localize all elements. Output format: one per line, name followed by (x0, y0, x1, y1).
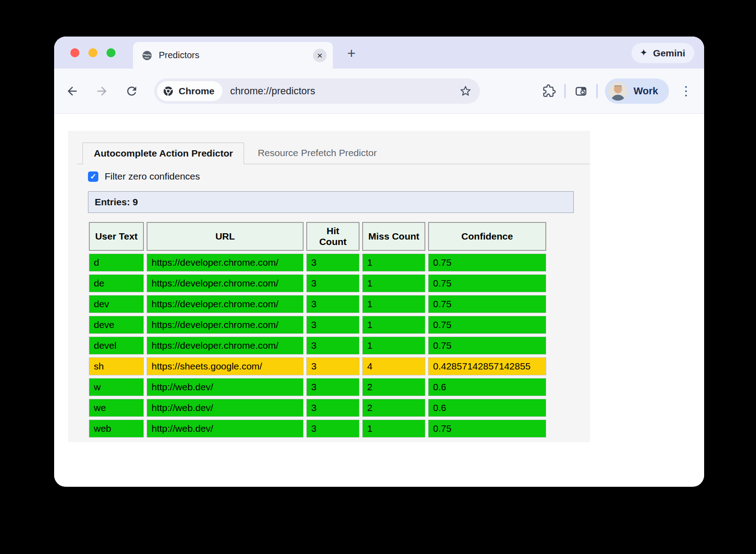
cell-hit-count: 3 (306, 254, 360, 272)
cell-miss-count: 2 (362, 399, 425, 417)
filter-row: ✓ Filter zero confidences (88, 171, 590, 182)
bookmark-star-icon[interactable] (459, 85, 472, 97)
header-confidence: Confidence (428, 222, 546, 251)
cell-url: http://web.dev/ (147, 420, 304, 438)
site-chip-label: Chrome (179, 86, 214, 97)
toolbar-right: Work ⋮ (539, 78, 693, 104)
cell-user-text: deve (89, 316, 144, 334)
predictor-table: User Text URL Hit Count Miss Count Confi… (86, 219, 549, 440)
header-url: URL (147, 222, 304, 251)
zoom-window-icon[interactable] (106, 48, 115, 57)
cell-url: http://web.dev/ (147, 378, 304, 396)
chrome-logo-icon (162, 85, 174, 97)
cell-user-text: w (89, 378, 144, 396)
cell-miss-count: 1 (362, 337, 425, 355)
profile-label: Work (633, 85, 658, 97)
cell-miss-count: 2 (362, 378, 425, 396)
browser-window: Predictors × + Gemini (54, 37, 704, 487)
cell-user-text: web (89, 420, 144, 438)
cell-confidence: 0.75 (428, 337, 546, 355)
cell-confidence: 0.42857142857142855 (428, 357, 546, 375)
cell-hit-count: 3 (306, 378, 360, 396)
predictor-tabs: Autocomplete Action Predictor Resource P… (77, 143, 590, 164)
site-chip[interactable]: Chrome (157, 81, 222, 101)
close-tab-icon[interactable]: × (313, 49, 327, 62)
tab-autocomplete-action-predictor[interactable]: Autocomplete Action Predictor (83, 143, 244, 164)
cell-url: https://developer.chrome.com/ (147, 295, 304, 313)
cell-user-text: de (89, 274, 144, 292)
tab-strip: Predictors × + Gemini (54, 37, 704, 69)
table-row: web http://web.dev/ 3 1 0.75 (89, 420, 546, 438)
extensions-button[interactable] (539, 81, 559, 101)
cell-confidence: 0.6 (428, 378, 546, 396)
cell-confidence: 0.75 (428, 274, 546, 292)
cell-confidence: 0.75 (428, 254, 546, 272)
tab-title: Predictors (159, 50, 199, 60)
cell-miss-count: 1 (362, 274, 425, 292)
cell-user-text: we (89, 399, 144, 417)
table-row: sh https://sheets.google.com/ 3 4 0.4285… (89, 357, 546, 375)
cell-user-text: sh (89, 357, 144, 375)
cell-url: http://web.dev/ (147, 399, 304, 417)
cell-miss-count: 1 (362, 420, 425, 438)
page-viewport: Autocomplete Action Predictor Resource P… (54, 114, 704, 486)
menu-kebab-icon[interactable]: ⋮ (679, 83, 693, 98)
filter-label: Filter zero confidences (105, 171, 200, 182)
cell-url: https://developer.chrome.com/ (147, 254, 304, 272)
cell-confidence: 0.75 (428, 295, 546, 313)
gemini-button[interactable]: Gemini (632, 43, 694, 63)
filter-zero-confidences-checkbox[interactable]: ✓ (88, 171, 98, 182)
header-miss-count: Miss Count (362, 222, 425, 251)
cell-hit-count: 3 (306, 399, 360, 417)
table-row: w http://web.dev/ 3 2 0.6 (89, 378, 546, 396)
predictor-table-body: d https://developer.chrome.com/ 3 1 0.75… (89, 254, 546, 438)
header-user-text: User Text (89, 222, 144, 251)
table-row: we http://web.dev/ 3 2 0.6 (89, 399, 546, 417)
predictors-panel: Autocomplete Action Predictor Resource P… (68, 131, 590, 442)
new-tab-icon[interactable]: + (341, 44, 361, 64)
table-row: d https://developer.chrome.com/ 3 1 0.75 (89, 254, 546, 272)
cell-hit-count: 3 (306, 420, 360, 438)
cell-user-text: d (89, 254, 144, 272)
reload-button[interactable] (122, 81, 142, 101)
browser-tab-predictors[interactable]: Predictors × (133, 42, 333, 69)
address-bar[interactable]: Chrome chrome://predictors (154, 78, 480, 104)
cell-miss-count: 1 (362, 316, 425, 334)
cell-confidence: 0.75 (428, 316, 546, 334)
table-row: de https://developer.chrome.com/ 3 1 0.7… (89, 274, 546, 292)
avatar (608, 82, 627, 101)
cell-url: https://developer.chrome.com/ (147, 316, 304, 334)
forward-button[interactable] (92, 81, 112, 101)
tab-resource-prefetch-predictor[interactable]: Resource Prefetch Predictor (244, 143, 390, 164)
cell-confidence: 0.6 (428, 399, 546, 417)
cell-url: https://developer.chrome.com/ (147, 274, 304, 292)
header-hit-count: Hit Count (306, 222, 360, 251)
forward-arrow-icon (95, 84, 109, 98)
profile-button[interactable]: Work (605, 78, 669, 104)
minimize-window-icon[interactable] (88, 48, 97, 57)
tab-search-icon (574, 84, 588, 98)
toolbar: Chrome chrome://predictors (54, 69, 704, 114)
back-button[interactable] (62, 81, 82, 101)
cell-confidence: 0.75 (428, 420, 546, 438)
cell-hit-count: 3 (306, 274, 360, 292)
cell-hit-count: 3 (306, 357, 360, 375)
cell-miss-count: 1 (362, 254, 425, 272)
gemini-sparkle-icon (639, 48, 649, 58)
table-header-row: User Text URL Hit Count Miss Count Confi… (89, 222, 546, 251)
reload-icon (125, 84, 138, 98)
back-arrow-icon (65, 84, 79, 98)
cell-url: https://developer.chrome.com/ (147, 337, 304, 355)
url-text[interactable]: chrome://predictors (230, 85, 459, 97)
toolbar-divider (596, 84, 598, 98)
extensions-puzzle-icon (543, 84, 556, 97)
gemini-label: Gemini (653, 48, 685, 59)
cell-hit-count: 3 (306, 316, 360, 334)
globe-favicon-icon (141, 50, 153, 61)
entries-count: Entries: 9 (88, 191, 574, 213)
cell-url: https://sheets.google.com/ (147, 357, 304, 375)
cell-hit-count: 3 (306, 337, 360, 355)
table-row: devel https://developer.chrome.com/ 3 1 … (89, 337, 546, 355)
tab-search-button[interactable] (571, 81, 591, 101)
close-window-icon[interactable] (70, 48, 79, 57)
